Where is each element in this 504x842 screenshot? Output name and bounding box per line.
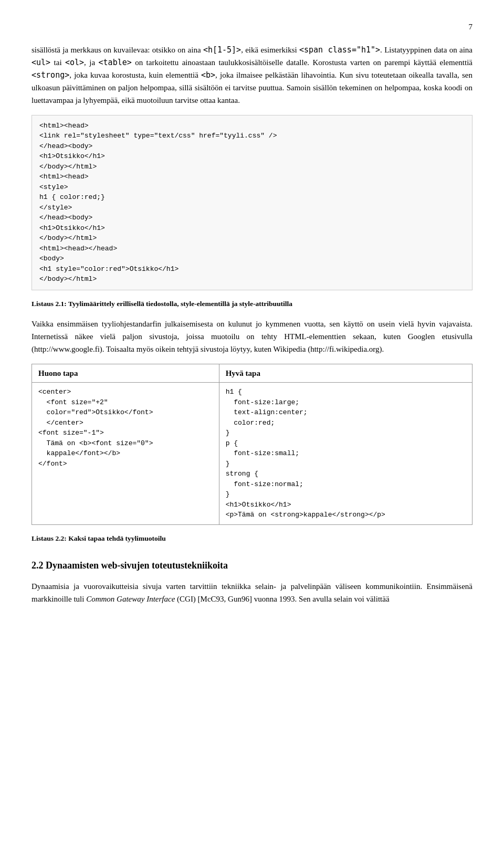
comparison-table: Huono tapa Hyvä tapa <center> <font size… xyxy=(32,364,472,525)
body-paragraph-2: Vaikka ensimmäisen tyyliohjestandarfin j… xyxy=(32,318,472,355)
section-heading: 2.2 Dynaamisten web-sivujen toteutustekn… xyxy=(32,559,472,573)
table-header-bad: Huono tapa xyxy=(32,364,219,383)
table-header-good: Hyvä tapa xyxy=(219,364,472,383)
caption-2: Listaus 2.2: Kaksi tapaa tehdä tyylimuot… xyxy=(32,533,472,544)
code-block-1: <html><head> <link rel="stylesheet" type… xyxy=(32,115,472,290)
body-paragraph-1: sisällöstä ja merkkaus on kuvailevaa: ot… xyxy=(32,44,472,107)
table-row: <center> <font size="+2" color="red">Ots… xyxy=(32,383,472,525)
table-cell-good: h1 { font-size:large; text-align:center;… xyxy=(219,383,472,525)
body-paragraph-3: Dynaamisia ja vuorovaikutteisia sivuja v… xyxy=(32,580,472,605)
page-number: 7 xyxy=(32,21,472,33)
table-cell-bad: <center> <font size="+2" color="red">Ots… xyxy=(32,383,219,525)
caption-1: Listaus 2.1: Tyylimäärittely erillisellä… xyxy=(32,299,472,309)
